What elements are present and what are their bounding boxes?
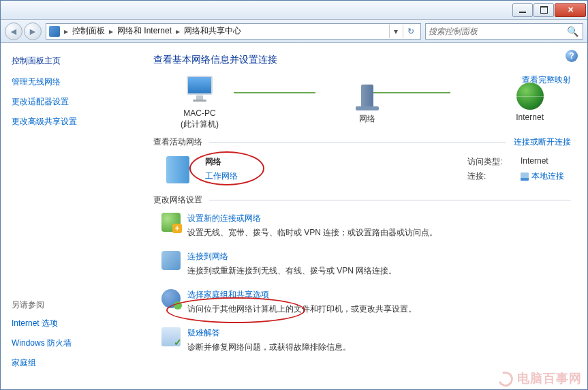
section-header: 查看活动网络 连接或断开连接 xyxy=(153,136,571,148)
sidebar-alsosee-internet[interactable]: Internet 选项 xyxy=(12,318,126,329)
connection-link[interactable]: 本地连接 xyxy=(521,170,564,182)
map-node-computer: MAC-PC(此计算机) xyxy=(181,76,219,130)
body: 控制面板主页 管理无线网络 更改适配器设置 更改高级共享设置 另请参阅 Inte… xyxy=(1,43,587,389)
network-icon xyxy=(160,156,196,188)
search-icon[interactable]: 🔍 xyxy=(566,26,580,37)
control-panel-icon xyxy=(49,26,60,37)
access-label: 访问类型: xyxy=(467,156,508,168)
back-button[interactable]: ◄ xyxy=(5,22,22,40)
signal-icon xyxy=(521,172,529,181)
connect-network-icon xyxy=(161,251,181,270)
breadcrumb-seg[interactable]: 网络和共享中心 xyxy=(181,25,244,37)
setting-title[interactable]: 疑难解答 xyxy=(187,327,351,339)
computer-icon xyxy=(183,76,216,106)
sidebar: 控制面板主页 管理无线网络 更改适配器设置 更改高级共享设置 另请参阅 Inte… xyxy=(1,43,137,389)
sidebar-link-sharing[interactable]: 更改高级共享设置 xyxy=(12,116,126,127)
map-node-internet: Internet xyxy=(516,82,544,123)
window: ◄ ► ▸ 控制面板 ▸ 网络和 Internet ▸ 网络和共享中心 ▾ ↻ … xyxy=(0,0,588,390)
troubleshoot-icon xyxy=(161,327,181,346)
sidebar-alsosee-header: 另请参阅 xyxy=(12,299,126,311)
refresh-button[interactable]: ↻ xyxy=(403,25,418,38)
globe-icon xyxy=(516,82,544,110)
breadcrumb-seg[interactable]: 网络和 Internet xyxy=(114,25,174,37)
connect-disconnect-link[interactable]: 连接或断开连接 xyxy=(514,136,571,148)
sidebar-alsosee-homegroup[interactable]: 家庭组 xyxy=(12,357,126,369)
map-node-label: 网络 xyxy=(359,114,375,125)
address-bar[interactable]: ▸ 控制面板 ▸ 网络和 Internet ▸ 网络和共享中心 ▾ ↻ xyxy=(46,23,421,40)
setting-title[interactable]: 连接到网络 xyxy=(187,251,397,262)
connection-label: 连接: xyxy=(467,170,508,182)
address-dropdown-button[interactable]: ▾ xyxy=(389,25,401,38)
minimize-button[interactable] xyxy=(512,3,533,17)
forward-button[interactable]: ► xyxy=(24,22,42,40)
search-input[interactable] xyxy=(429,27,566,36)
active-network-item: 网络 工作网络 访问类型: Internet 连接: 本地连接 xyxy=(153,153,571,190)
new-connection-icon xyxy=(161,213,181,232)
setting-new-connection: 设置新的连接或网络 设置无线、宽带、拨号、临时或 VPN 连接；或设置路由器或访… xyxy=(153,213,571,239)
setting-homegroup: 选择家庭组和共享选项 访问位于其他网络计算机上的文件和打印机，或更改共享设置。 xyxy=(153,289,571,315)
page-title: 查看基本网络信息并设置连接 xyxy=(153,54,571,66)
breadcrumb-arrow-icon: ▸ xyxy=(63,27,69,36)
change-settings-section: 更改网络设置 设置新的连接或网络 设置无线、宽带、拨号、临时或 VPN 连接；或… xyxy=(153,194,571,353)
sidebar-link-adapter[interactable]: 更改适配器设置 xyxy=(12,96,126,108)
breadcrumb-seg[interactable]: 控制面板 xyxy=(69,25,108,37)
active-networks-section: 查看活动网络 连接或断开连接 网络 工作网络 访问类型: Internet xyxy=(153,136,571,190)
settings-list: 设置新的连接或网络 设置无线、宽带、拨号、临时或 VPN 连接；或设置路由器或访… xyxy=(153,213,571,353)
sidebar-link-wireless[interactable]: 管理无线网络 xyxy=(12,76,126,88)
map-node-network: 网络 xyxy=(354,81,381,125)
help-icon[interactable]: ? xyxy=(566,50,578,62)
network-type-link[interactable]: 工作网络 xyxy=(205,170,238,182)
network-access: 访问类型: Internet 连接: 本地连接 xyxy=(467,156,564,185)
network-info: 网络 工作网络 xyxy=(205,156,238,182)
divider xyxy=(209,200,571,200)
watermark: 电脑百事网 xyxy=(498,370,582,387)
titlebar xyxy=(1,1,587,20)
setting-desc: 设置无线、宽带、拨号、临时或 VPN 连接；或设置路由器或访问点。 xyxy=(187,227,437,239)
sidebar-alsosee-firewall[interactable]: Windows 防火墙 xyxy=(12,338,126,349)
sidebar-home[interactable]: 控制面板主页 xyxy=(12,55,126,67)
section-header: 更改网络设置 xyxy=(153,194,571,206)
content: ? 查看基本网络信息并设置连接 查看完整映射 MAC-PC(此计算机) 网络 xyxy=(137,43,587,389)
access-value: Internet xyxy=(521,156,548,168)
divider xyxy=(209,142,506,142)
watermark-text: 电脑百事网 xyxy=(517,372,582,385)
breadcrumb-arrow-icon: ▸ xyxy=(108,27,114,36)
address-row: ◄ ► ▸ 控制面板 ▸ 网络和 Internet ▸ 网络和共享中心 ▾ ↻ … xyxy=(1,20,587,43)
server-icon xyxy=(354,81,381,111)
map-node-label: Internet xyxy=(516,112,544,123)
nav-buttons: ◄ ► xyxy=(5,22,42,40)
search-box: 🔍 xyxy=(425,23,583,40)
setting-troubleshoot: 疑难解答 诊断并修复网络问题，或获得故障排除信息。 xyxy=(153,327,571,353)
connection-value: 本地连接 xyxy=(531,170,564,182)
close-button[interactable] xyxy=(555,3,586,17)
map-node-label: MAC-PC xyxy=(183,108,215,118)
map-line xyxy=(369,92,450,93)
maximize-button[interactable] xyxy=(533,3,554,17)
homegroup-icon xyxy=(161,289,181,308)
network-map: MAC-PC(此计算机) 网络 Internet xyxy=(181,76,544,130)
setting-title[interactable]: 设置新的连接或网络 xyxy=(187,213,437,224)
breadcrumb-arrow-icon: ▸ xyxy=(174,27,181,36)
map-node-sublabel: (此计算机) xyxy=(181,119,219,129)
section-label: 更改网络设置 xyxy=(153,194,202,206)
watermark-icon xyxy=(496,370,515,389)
network-name: 网络 xyxy=(205,156,238,168)
map-line xyxy=(234,92,315,93)
setting-desc: 诊断并修复网络问题，或获得故障排除信息。 xyxy=(187,342,351,353)
setting-connect-network: 连接到网络 连接到或重新连接到无线、有线、拨号或 VPN 网络连接。 xyxy=(153,251,571,277)
section-label: 查看活动网络 xyxy=(153,136,202,148)
setting-desc: 访问位于其他网络计算机上的文件和打印机，或更改共享设置。 xyxy=(187,303,416,315)
setting-desc: 连接到或重新连接到无线、有线、拨号或 VPN 网络连接。 xyxy=(187,265,397,277)
setting-title[interactable]: 选择家庭组和共享选项 xyxy=(187,289,416,301)
